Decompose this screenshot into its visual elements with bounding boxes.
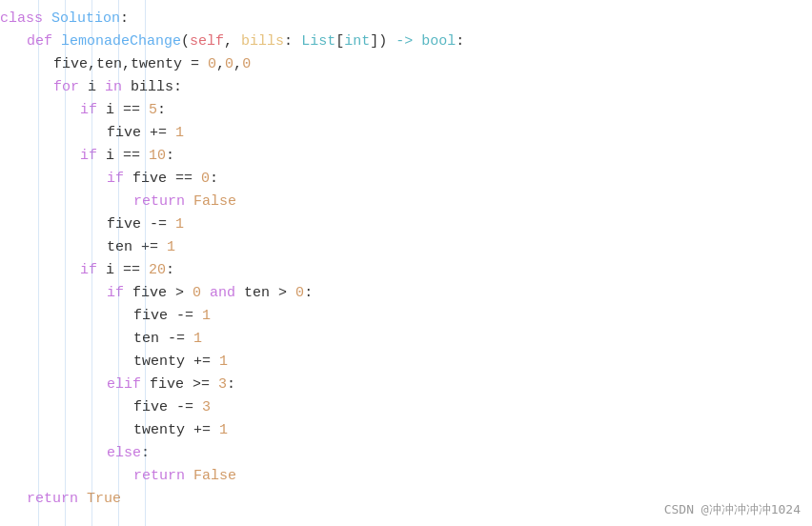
code-line: class Solution:: [0, 8, 812, 30]
code-line: if i == 10:: [0, 145, 812, 168]
code-line: twenty += 1: [0, 351, 812, 374]
code-line: else:: [0, 442, 812, 465]
code-line: if five > 0 and ten > 0:: [0, 282, 812, 305]
code-line: if i == 5:: [0, 99, 812, 122]
line-content: ten -= 1: [0, 328, 202, 351]
line-content: ten += 1: [0, 236, 175, 259]
code-block: class Solution:def lemonadeChange(self, …: [0, 8, 812, 511]
line-content: five -= 3: [0, 396, 211, 419]
line-content: if five > 0 and ten > 0:: [0, 282, 313, 305]
code-line: five += 1: [0, 122, 812, 145]
line-content: for i in bills:: [0, 76, 182, 99]
line-content: five += 1: [0, 122, 184, 145]
line-content: return False: [0, 191, 236, 213]
line-content: if i == 10:: [0, 145, 174, 168]
line-content: twenty += 1: [0, 419, 228, 442]
code-line: for i in bills:: [0, 76, 812, 99]
line-content: if i == 5:: [0, 99, 166, 122]
line-content: five -= 1: [0, 305, 211, 328]
line-content: else:: [0, 442, 150, 465]
code-line: return False: [0, 191, 812, 213]
line-content: return True: [0, 488, 121, 511]
line-content: if i == 20:: [0, 259, 174, 282]
line-content: five -= 1: [0, 213, 184, 236]
code-line: ten += 1: [0, 236, 812, 259]
code-line: five -= 1: [0, 305, 812, 328]
code-line: five -= 1: [0, 213, 812, 236]
line-content: def lemonadeChange(self, bills: List[int…: [0, 30, 464, 53]
line-content: return False: [0, 465, 236, 488]
line-content: twenty += 1: [0, 351, 228, 374]
code-line: if five == 0:: [0, 168, 812, 191]
code-line: elif five >= 3:: [0, 374, 812, 396]
code-line: if i == 20:: [0, 259, 812, 282]
code-line: five -= 3: [0, 396, 812, 419]
code-line: five,ten,twenty = 0,0,0: [0, 53, 812, 76]
line-content: class Solution:: [0, 8, 129, 30]
code-line: ten -= 1: [0, 328, 812, 351]
line-content: elif five >= 3:: [0, 374, 235, 396]
code-line: return False: [0, 465, 812, 488]
watermark: CSDN @冲冲冲冲冲1024: [664, 500, 801, 520]
code-line: def lemonadeChange(self, bills: List[int…: [0, 30, 812, 53]
code-line: twenty += 1: [0, 419, 812, 442]
code-editor: class Solution:def lemonadeChange(self, …: [0, 0, 812, 526]
line-content: if five == 0:: [0, 168, 218, 191]
line-content: five,ten,twenty = 0,0,0: [0, 53, 251, 76]
